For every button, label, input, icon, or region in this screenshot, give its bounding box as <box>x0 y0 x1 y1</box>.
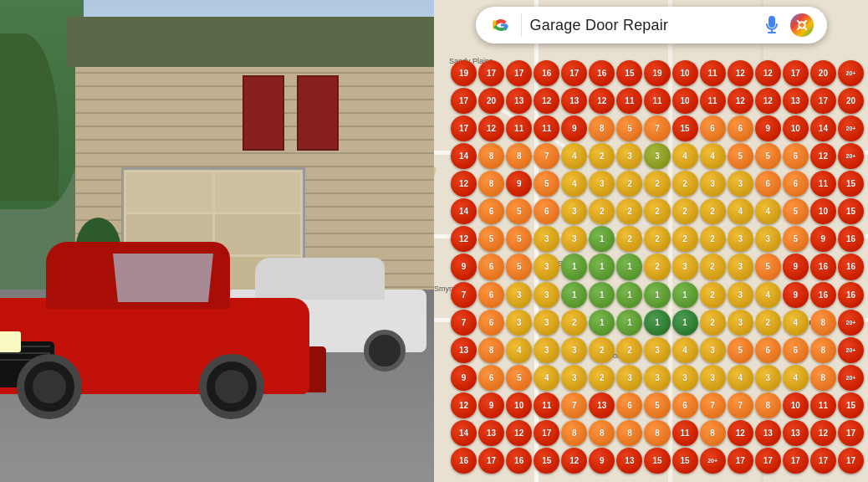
ranking-dot: 12 <box>506 420 532 446</box>
ranking-dot: 5 <box>728 337 753 363</box>
ranking-dot: 12 <box>589 88 615 114</box>
ranking-dot: 2 <box>644 198 670 224</box>
ranking-dot: 4 <box>672 337 698 363</box>
ranking-dot: 3 <box>534 226 559 252</box>
ranking-dot: 11 <box>534 392 559 418</box>
ranking-dot: 3 <box>534 254 559 279</box>
ranking-dot: 14 <box>810 115 836 141</box>
ranking-dot: 8 <box>478 143 504 169</box>
ranking-dot: 2 <box>644 254 670 279</box>
ranking-dot: 17 <box>506 60 532 86</box>
ranking-dot: 7 <box>728 392 753 418</box>
ranking-dot: 5 <box>506 254 532 279</box>
ranking-dot: 17 <box>810 88 836 114</box>
ranking-dot: 9 <box>589 448 615 474</box>
window-shutter2 <box>297 75 339 151</box>
ranking-dot: 1 <box>672 282 698 308</box>
ranking-dot: 1 <box>589 254 615 279</box>
ranking-dot: 4 <box>561 171 587 197</box>
ranking-dot: 12 <box>728 420 753 446</box>
ranking-dot: 13 <box>755 420 781 446</box>
ranking-dot: 6 <box>616 392 642 418</box>
ranking-dot: 4 <box>506 337 532 363</box>
ranking-dot: 3 <box>616 365 642 391</box>
ranking-dot: 5 <box>644 392 670 418</box>
red-car-windshield <box>113 254 213 302</box>
map-panel: Sandy Plains Smyrna Sandy Springs Brooks… <box>434 0 868 482</box>
ranking-dot: 8 <box>589 115 615 141</box>
ranking-dot: 12 <box>451 171 477 197</box>
ranking-dot: 4 <box>728 198 753 224</box>
ranking-dot: 17 <box>810 448 836 474</box>
ranking-dot: 15 <box>672 448 698 474</box>
ranking-dot: 1 <box>672 310 698 336</box>
ranking-dot: 3 <box>755 365 781 391</box>
ranking-dot: 11 <box>534 115 559 141</box>
ranking-dot: 9 <box>561 115 587 141</box>
ranking-dot: 4 <box>755 198 781 224</box>
ranking-dot: 16 <box>810 254 836 279</box>
ranking-dot: 15 <box>672 115 698 141</box>
ranking-dot: 10 <box>783 115 809 141</box>
ranking-dot: 3 <box>561 365 587 391</box>
ranking-dot: 6 <box>478 365 504 391</box>
ranking-dot: 3 <box>506 310 532 336</box>
ranking-dot: 6 <box>783 143 809 169</box>
ranking-dot: 5 <box>783 198 809 224</box>
ranking-dot: 2 <box>700 282 726 308</box>
ranking-dot: 6 <box>728 115 753 141</box>
ranking-dot: 3 <box>700 337 726 363</box>
garage-panel <box>215 214 301 254</box>
ranking-dot: 8 <box>561 420 587 446</box>
ranking-dot: 8 <box>810 310 836 336</box>
ranking-dot: 5 <box>728 143 753 169</box>
lens-icon[interactable] <box>790 13 814 37</box>
ranking-dot: 11 <box>810 171 836 197</box>
ranking-dot: 12 <box>451 226 477 252</box>
ranking-dot: 6 <box>783 171 809 197</box>
ranking-dot: 4 <box>534 365 559 391</box>
ranking-dot: 4 <box>755 282 781 308</box>
ranking-dot: 17 <box>783 60 809 86</box>
ranking-dot: 5 <box>616 115 642 141</box>
ranking-dot: 17 <box>561 60 587 86</box>
ranking-dot: 17 <box>755 448 781 474</box>
ranking-dot: 7 <box>644 115 670 141</box>
ranking-dot: 8 <box>478 171 504 197</box>
ranking-dot: 15 <box>838 198 864 224</box>
red-car-wheel-l <box>17 354 82 419</box>
ranking-dot: 5 <box>534 171 559 197</box>
ranking-dots-grid: 191717161716151910111212172020+172013121… <box>451 60 864 474</box>
ranking-dot: 20+ <box>838 365 864 391</box>
ranking-dot: 20 <box>478 88 504 114</box>
ranking-dot: 15 <box>644 448 670 474</box>
ranking-dot: 11 <box>644 88 670 114</box>
ranking-dot: 1 <box>644 282 670 308</box>
ranking-dot: 20+ <box>838 115 864 141</box>
ranking-dot: 3 <box>534 282 559 308</box>
ranking-dot: 8 <box>589 420 615 446</box>
ranking-dot: 4 <box>561 143 587 169</box>
ranking-dot: 6 <box>478 310 504 336</box>
ranking-dot: 3 <box>616 143 642 169</box>
ranking-dot: 3 <box>534 310 559 336</box>
ranking-dot: 6 <box>672 392 698 418</box>
ranking-dot: 2 <box>700 254 726 279</box>
ranking-dot: 10 <box>506 392 532 418</box>
ranking-dot: 20+ <box>838 143 864 169</box>
garage-panel <box>215 172 301 212</box>
ranking-dot: 9 <box>755 115 781 141</box>
ranking-dot: 10 <box>672 88 698 114</box>
mic-icon[interactable] <box>762 15 782 35</box>
ranking-dot: 16 <box>534 60 559 86</box>
ranking-dot: 6 <box>534 198 559 224</box>
white-car-wheel-r <box>364 330 406 372</box>
ranking-dot: 9 <box>451 254 477 279</box>
search-bar[interactable]: Garage Door Repair <box>476 7 827 44</box>
ranking-dot: 17 <box>478 60 504 86</box>
ranking-dot: 4 <box>783 310 809 336</box>
ranking-dot: 3 <box>672 254 698 279</box>
garage-photo <box>0 0 434 482</box>
ranking-dot: 3 <box>644 143 670 169</box>
ranking-dot: 3 <box>644 337 670 363</box>
